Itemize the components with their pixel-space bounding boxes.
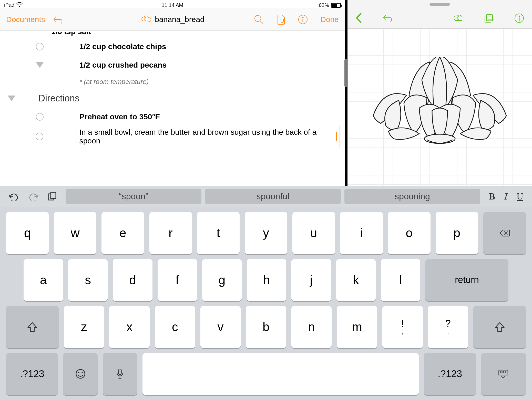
key-x[interactable]: x xyxy=(109,306,150,348)
key-dismiss-keyboard[interactable] xyxy=(481,353,526,395)
key-p[interactable]: p xyxy=(436,212,478,254)
key-n[interactable]: n xyxy=(291,306,332,348)
key-m[interactable]: m xyxy=(337,306,377,348)
back-button[interactable] xyxy=(355,13,362,23)
key-l[interactable]: l xyxy=(381,259,420,301)
svg-point-2 xyxy=(302,17,304,18)
split-view-grip[interactable] xyxy=(344,59,347,87)
cloud-sync-button[interactable] xyxy=(453,13,464,23)
documents-button[interactable]: Documents xyxy=(6,15,45,24)
info-button[interactable] xyxy=(514,13,524,23)
key-f[interactable]: f xyxy=(158,259,197,301)
row-text: 1/2 cup crushed pecans xyxy=(79,61,167,69)
key-shift-left[interactable] xyxy=(6,306,59,348)
expand-triangle-icon[interactable] xyxy=(8,96,15,101)
attachment-button[interactable] xyxy=(276,14,285,25)
row-note-text: * (at room temperature) xyxy=(79,78,149,86)
battery-icon xyxy=(331,3,341,8)
left-app-toolbar: Documents banana_bread Done xyxy=(0,8,345,31)
undo-button[interactable] xyxy=(52,15,65,24)
document-title: banana_bread xyxy=(155,15,204,24)
key-c[interactable]: c xyxy=(155,306,195,348)
underline-button[interactable]: U xyxy=(517,191,523,202)
cloud-sync-icon[interactable] xyxy=(140,14,151,25)
bullet-circle-icon[interactable] xyxy=(36,133,43,140)
key-emoji[interactable] xyxy=(63,353,98,395)
key-dictate[interactable] xyxy=(103,353,137,395)
key-v[interactable]: v xyxy=(200,306,241,348)
outline-section-row[interactable]: Directions xyxy=(0,89,345,108)
prediction-1[interactable]: “spoon” xyxy=(66,189,201,204)
key-t[interactable]: t xyxy=(197,212,240,254)
key-backspace[interactable] xyxy=(483,212,526,254)
done-button[interactable]: Done xyxy=(320,15,339,24)
svg-rect-6 xyxy=(486,15,493,21)
info-button[interactable] xyxy=(298,14,308,25)
kb-undo-button[interactable] xyxy=(9,192,19,201)
key-y[interactable]: y xyxy=(245,212,287,254)
expand-triangle-icon[interactable] xyxy=(36,62,44,68)
svg-point-9 xyxy=(519,16,520,17)
keyboard-row-1: q w e r t y u i o p xyxy=(6,212,526,254)
row-text: 1/8 tsp salt xyxy=(51,32,91,36)
layers-button[interactable] xyxy=(484,13,495,23)
outline-row[interactable]: 1/8 tsp salt xyxy=(0,32,345,37)
svg-point-10 xyxy=(424,134,455,143)
active-row-text[interactable]: In a small bowl, cream the butter and br… xyxy=(79,128,336,145)
key-j[interactable]: j xyxy=(291,259,331,301)
ios-keyboard: “spoon” spoonful spooning B I U q w e r … xyxy=(0,186,532,400)
key-b[interactable]: b xyxy=(246,306,286,348)
section-heading: Directions xyxy=(38,93,79,104)
key-s[interactable]: s xyxy=(68,259,108,301)
kb-paste-button[interactable] xyxy=(48,192,57,201)
outline-row-editing[interactable]: In a small bowl, cream the butter and br… xyxy=(0,126,345,147)
key-d[interactable]: d xyxy=(113,259,152,301)
key-space[interactable] xyxy=(142,353,419,395)
keyboard-accessory-row: “spoon” spoonful spooning B I U xyxy=(0,186,532,207)
italic-button[interactable]: I xyxy=(504,191,507,202)
key-shift-right[interactable] xyxy=(473,306,526,348)
clock: 11:14 AM xyxy=(162,2,183,8)
search-button[interactable] xyxy=(254,14,264,25)
outline-row[interactable]: Preheat oven to 350°F xyxy=(0,108,345,126)
key-o[interactable]: o xyxy=(388,212,431,254)
svg-point-14 xyxy=(78,372,79,373)
key-k[interactable]: k xyxy=(336,259,376,301)
key-numbers-right[interactable]: .?123 xyxy=(424,353,476,395)
undo-button[interactable] xyxy=(382,14,394,22)
kb-redo-button[interactable] xyxy=(28,192,38,201)
keyboard-row-2: a s d f g h j k l return xyxy=(6,259,526,301)
key-a[interactable]: a xyxy=(24,259,63,301)
key-g[interactable]: g xyxy=(202,259,242,301)
key-question-period[interactable]: ?. xyxy=(428,306,468,348)
key-r[interactable]: r xyxy=(149,212,192,254)
svg-point-13 xyxy=(76,370,85,378)
outline-row[interactable]: 1/2 cup crushed pecans xyxy=(0,56,345,74)
key-e[interactable]: e xyxy=(101,212,144,254)
svg-point-15 xyxy=(81,372,83,373)
outline-row[interactable]: 1/2 cup chocolate chips xyxy=(0,37,345,56)
key-q[interactable]: q xyxy=(6,212,49,254)
outline-note-row[interactable]: * (at room temperature) xyxy=(0,74,345,89)
key-exclaim-comma[interactable]: !, xyxy=(382,306,423,348)
ios-status-bar: iPad 11:14 AM 62% xyxy=(0,0,345,8)
keyboard-row-3: z x c v b n m !, ?. xyxy=(6,306,526,348)
bold-button[interactable]: B xyxy=(489,191,495,202)
key-numbers-left[interactable]: .?123 xyxy=(6,353,58,395)
prediction-2[interactable]: spoonful xyxy=(205,189,341,204)
bullet-circle-icon[interactable] xyxy=(36,113,44,121)
bullet-circle-icon[interactable] xyxy=(36,43,44,50)
key-i[interactable]: i xyxy=(340,212,383,254)
slideover-grabber[interactable] xyxy=(429,3,450,6)
key-w[interactable]: w xyxy=(54,212,96,254)
key-return[interactable]: return xyxy=(425,259,508,301)
battery-percent: 62% xyxy=(319,2,329,8)
text-caret xyxy=(336,132,337,141)
device-label: iPad xyxy=(4,2,14,8)
row-text: 1/2 cup chocolate chips xyxy=(79,42,166,51)
key-u[interactable]: u xyxy=(292,212,335,254)
key-z[interactable]: z xyxy=(64,306,104,348)
key-h[interactable]: h xyxy=(247,259,286,301)
prediction-3[interactable]: spooning xyxy=(344,189,480,204)
lotus-drawing[interactable] xyxy=(368,57,511,150)
